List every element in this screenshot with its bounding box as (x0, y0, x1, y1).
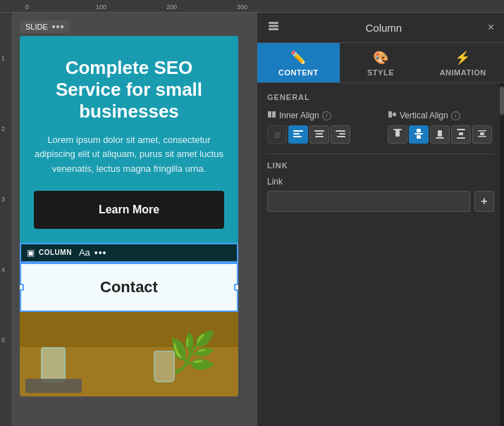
main-area: 1 2 3 4 5 SLIDE Complete SEO Service for… (0, 13, 504, 426)
jar-right (154, 351, 175, 382)
align-center-icon (314, 130, 324, 140)
valign-middle-icon (414, 129, 423, 141)
column-bar[interactable]: ▣ COLUMN Aa ••• (20, 243, 238, 263)
content-tab-label: CONTENT (278, 68, 319, 77)
inner-align-icon (267, 110, 276, 121)
jar-left (41, 347, 66, 382)
panel-scrollbar[interactable] (500, 83, 504, 426)
slide-label: SLIDE (20, 20, 69, 33)
svg-rect-5 (293, 130, 303, 132)
vertical-align-group: Vertical Align i (388, 110, 494, 144)
learn-more-button[interactable]: Learn More (34, 191, 224, 229)
svg-rect-17 (395, 130, 400, 137)
svg-rect-19 (414, 133, 423, 134)
svg-rect-7 (293, 136, 302, 137)
inner-align-group: Inner Align i ⊘ (267, 110, 374, 144)
panel-tabs: ✏️ CONTENT 🎨 STYLE ⚡ ANIMATION (257, 43, 504, 83)
resize-handle-right[interactable] (234, 284, 238, 291)
svg-rect-2 (269, 28, 278, 30)
inner-align-buttons: ⊘ (267, 125, 374, 144)
contact-section: Contact (20, 263, 238, 312)
valign-top-icon (393, 129, 402, 141)
ruler-mark-5: 5 (1, 337, 5, 344)
ruler-mark-0: 0 (25, 4, 29, 11)
plant-icon: 🌿 (168, 333, 217, 372)
align-btn-left[interactable] (288, 125, 308, 144)
valign-btn-bottom[interactable] (430, 125, 450, 144)
valign-btn-space-around[interactable] (472, 125, 492, 144)
slide-wrapper: SLIDE Complete SEO Service for small bus… (20, 20, 245, 396)
style-tab-icon: 🎨 (373, 50, 389, 65)
vertical-align-label: Vertical Align i (388, 110, 494, 121)
canvas-area: SLIDE Complete SEO Service for small bus… (13, 13, 257, 426)
svg-rect-6 (293, 133, 300, 134)
svg-rect-0 (269, 22, 278, 24)
link-input[interactable] (267, 191, 470, 212)
ruler-mark-4: 4 (1, 266, 5, 273)
ruler-marks: 0 100 200 300 (13, 0, 504, 12)
books-decoration (25, 379, 82, 393)
link-section: LINK Link + (267, 154, 494, 212)
panel-close-button[interactable]: × (488, 21, 494, 34)
svg-rect-16 (393, 129, 402, 130)
slide-label-dots (52, 25, 63, 28)
svg-rect-1 (269, 25, 278, 27)
link-add-button[interactable]: + (474, 191, 494, 212)
svg-rect-22 (436, 137, 444, 139)
general-section-title: GENERAL (267, 93, 494, 101)
slide-dot-2 (56, 25, 59, 28)
svg-rect-24 (457, 137, 465, 139)
vertical-align-text: Vertical Align (400, 111, 448, 120)
panel-layers-icon (267, 20, 280, 35)
inner-align-info-icon[interactable]: i (322, 111, 331, 120)
ruler-mark-200: 200 (166, 4, 177, 11)
tab-style[interactable]: 🎨 STYLE (340, 43, 422, 82)
column-icon: ▣ (27, 248, 35, 258)
valign-btn-middle[interactable] (409, 125, 429, 144)
svg-rect-14 (388, 111, 392, 118)
valign-space-around-icon (478, 129, 486, 141)
panel-body: GENERAL Inner Align (257, 83, 504, 222)
svg-rect-4 (272, 111, 276, 118)
svg-rect-10 (315, 136, 324, 137)
ruler-mark-100: 100 (96, 4, 106, 11)
link-input-row: + (267, 191, 494, 212)
align-btn-right[interactable] (331, 125, 350, 144)
hero-section: Complete SEO Service for small businesse… (20, 36, 238, 243)
resize-handle-left[interactable] (20, 284, 24, 291)
column-bar-menu[interactable]: ••• (94, 247, 107, 258)
bottom-image-section: 🌿 (20, 312, 238, 396)
panel-title: Column (365, 22, 402, 34)
align-left-icon (293, 130, 303, 140)
align-btn-center[interactable] (309, 125, 329, 144)
panel-scrollbar-thumb[interactable] (500, 87, 504, 115)
ruler-mark-2: 2 (1, 125, 5, 132)
vertical-align-icon (388, 110, 397, 121)
svg-rect-15 (393, 113, 396, 116)
valign-btn-top[interactable] (388, 125, 407, 144)
svg-rect-3 (268, 111, 271, 118)
contact-text: Contact (100, 278, 158, 296)
inner-align-label: Inner Align i (267, 110, 374, 121)
vertical-align-info-icon[interactable]: i (451, 111, 460, 120)
svg-rect-26 (478, 130, 486, 132)
align-row: Inner Align i ⊘ (267, 110, 494, 144)
column-aa-icon: Aa (79, 247, 90, 258)
inner-align-text: Inner Align (279, 111, 319, 120)
hero-subtitle: Lorem ipsum dolor sit amet, consectetur … (34, 133, 224, 177)
content-tab-icon: ✏️ (290, 50, 307, 65)
column-bar-label: COLUMN (39, 249, 72, 256)
panel-body-wrapper: GENERAL Inner Align (257, 83, 504, 426)
hero-title: Complete SEO Service for small businesse… (34, 57, 224, 123)
tab-content[interactable]: ✏️ CONTENT (257, 43, 340, 82)
svg-rect-13 (337, 136, 345, 137)
valign-space-between-icon (457, 129, 465, 141)
align-slash-icon: ⊘ (273, 130, 281, 140)
valign-btn-space-between[interactable] (451, 125, 471, 144)
svg-rect-25 (459, 132, 463, 135)
tab-animation[interactable]: ⚡ ANIMATION (422, 43, 504, 82)
link-section-title: LINK (267, 154, 494, 170)
svg-rect-11 (336, 130, 345, 132)
ruler-mark-300: 300 (237, 4, 247, 11)
ruler-left: 1 2 3 4 5 (0, 13, 13, 426)
